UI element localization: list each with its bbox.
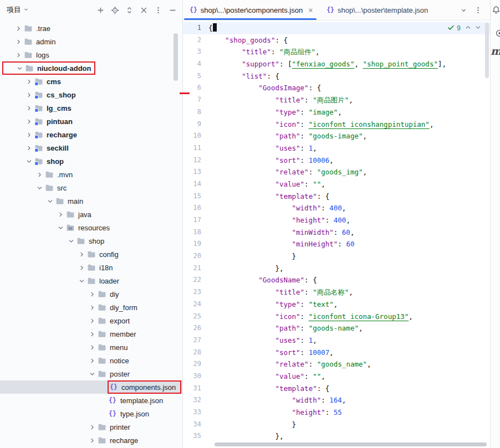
tree-scrollbar[interactable]: [174, 33, 178, 81]
tree-item-template.json[interactable]: {}template.json: [0, 394, 182, 407]
line-number[interactable]: 27: [183, 334, 208, 347]
collapse-icon[interactable]: [137, 3, 150, 17]
tree-item-i18n[interactable]: i18n: [0, 261, 182, 274]
tree-item-niucloud-addon[interactable]: niucloud-addon: [0, 61, 182, 75]
line-number[interactable]: 29: [183, 358, 208, 370]
chevron-down-icon[interactable]: [87, 369, 97, 378]
chevron-right-icon[interactable]: [13, 37, 23, 46]
line-number[interactable]: 22: [183, 274, 208, 286]
line-number[interactable]: 10: [183, 130, 208, 142]
code-area[interactable]: 1{2 "shop_goods": {3 "title": "商品组件",4 "…: [183, 20, 490, 448]
chevron-right-icon[interactable]: [24, 143, 34, 152]
next-problem-icon[interactable]: [474, 23, 482, 33]
line-number[interactable]: 34: [183, 419, 208, 431]
hide-icon[interactable]: [166, 3, 179, 17]
tree-item-lg_cms[interactable]: lg_cms: [0, 101, 182, 115]
notifications-icon[interactable]: [492, 6, 500, 14]
line-number[interactable]: 17: [183, 214, 208, 226]
chevron-right-icon[interactable]: [87, 436, 97, 445]
line-number[interactable]: 2: [183, 34, 208, 47]
chevron-right-icon[interactable]: [24, 104, 34, 112]
line-number[interactable]: 24: [183, 298, 208, 311]
tree-item-src[interactable]: src: [0, 181, 182, 194]
tree-item-resources[interactable]: resources: [0, 221, 182, 234]
line-number[interactable]: 14: [183, 178, 208, 190]
tree-item-notice[interactable]: notice: [0, 354, 182, 367]
add-icon[interactable]: [94, 3, 107, 17]
tree-item-loader[interactable]: loader: [0, 274, 182, 287]
more-icon[interactable]: [151, 3, 165, 17]
chevron-right-icon[interactable]: [87, 316, 97, 325]
tree-item-printer[interactable]: printer: [0, 420, 182, 434]
chevron-down-icon[interactable]: [14, 64, 24, 73]
tree-item-.mvn[interactable]: .mvn: [0, 168, 182, 181]
tree-item-cs_shop[interactable]: cs_shop: [0, 88, 182, 101]
tree-item-pintuan[interactable]: pintuan: [0, 115, 182, 128]
line-number[interactable]: 12: [183, 155, 208, 167]
chevron-right-icon[interactable]: [87, 423, 97, 431]
line-number[interactable]: 7: [183, 94, 208, 106]
line-number[interactable]: 20: [183, 250, 208, 262]
chevron-down-icon[interactable]: [66, 236, 76, 245]
tree-item-java[interactable]: java: [0, 208, 182, 221]
chevron-down-icon[interactable]: [76, 276, 86, 285]
line-number[interactable]: 23: [183, 286, 208, 298]
tree-item-config[interactable]: config: [0, 248, 182, 261]
chevron-down-icon[interactable]: [24, 157, 34, 166]
tree-item-menu[interactable]: menu: [0, 341, 182, 354]
editor-tab[interactable]: {}shop\...\poster\components.json: [183, 0, 320, 20]
tree-item-shop[interactable]: shop: [0, 234, 182, 248]
tree-item-diy_form[interactable]: diy_form: [0, 301, 182, 314]
line-number[interactable]: 9: [183, 119, 208, 131]
tree-item-type.json[interactable]: {}type.json: [0, 407, 182, 420]
line-number[interactable]: 5: [183, 70, 208, 83]
line-number[interactable]: 16: [183, 202, 208, 214]
chevron-right-icon[interactable]: [34, 170, 44, 179]
line-number[interactable]: 3: [183, 46, 208, 58]
close-icon[interactable]: [307, 7, 314, 14]
editor-horizontal-scrollbar[interactable]: [215, 442, 487, 446]
assistant-icon[interactable]: [495, 29, 500, 38]
tree-item-export[interactable]: export: [0, 314, 182, 327]
tabs-list-icon[interactable]: [457, 3, 470, 17]
editor-tab[interactable]: {}shop\...\poster\template.json: [320, 0, 433, 20]
tree-item-cms[interactable]: cms: [0, 75, 182, 88]
line-number[interactable]: 25: [183, 311, 208, 323]
chevron-right-icon[interactable]: [87, 329, 97, 338]
tree-item-recharge[interactable]: recharge: [0, 128, 182, 141]
previous-problem-icon[interactable]: [464, 23, 472, 33]
expand-icon[interactable]: [123, 3, 136, 17]
line-number[interactable]: 8: [183, 106, 208, 119]
line-number[interactable]: 11: [183, 142, 208, 155]
chevron-down-icon[interactable]: [45, 197, 55, 205]
locate-icon[interactable]: [108, 3, 121, 17]
line-number[interactable]: 26: [183, 322, 208, 334]
tab-more-icon[interactable]: [471, 3, 484, 17]
chevron-right-icon[interactable]: [87, 343, 97, 352]
tree-item-recharge[interactable]: recharge: [0, 434, 182, 447]
tree-item-seckill[interactable]: seckill: [0, 141, 182, 155]
chevron-right-icon[interactable]: [24, 130, 34, 139]
line-number[interactable]: 32: [183, 394, 208, 406]
tree-item-member[interactable]: member: [0, 327, 182, 341]
line-number[interactable]: 18: [183, 226, 208, 239]
tree-item-diy[interactable]: diy: [0, 287, 182, 301]
line-number[interactable]: 33: [183, 406, 208, 419]
tree-item-shop[interactable]: shop: [0, 155, 182, 168]
chevron-right-icon[interactable]: [13, 50, 23, 59]
tree-item-components.json[interactable]: {}components.json: [0, 380, 182, 394]
line-number[interactable]: 21: [183, 262, 208, 275]
tree-item-.trae[interactable]: .trae: [0, 22, 182, 35]
chevron-right-icon[interactable]: [87, 303, 97, 312]
chevron-right-icon[interactable]: [13, 24, 23, 33]
tree-item-admin[interactable]: admin: [0, 35, 182, 48]
line-number[interactable]: 4: [183, 58, 208, 70]
tree-item-logs[interactable]: logs: [0, 48, 182, 61]
chevron-right-icon[interactable]: [87, 356, 97, 365]
line-number[interactable]: 30: [183, 370, 208, 383]
line-number[interactable]: 15: [183, 190, 208, 203]
chevron-right-icon[interactable]: [76, 263, 86, 272]
tree-item-main[interactable]: main: [0, 194, 182, 208]
line-number[interactable]: 13: [183, 166, 208, 178]
chevron-right-icon[interactable]: [55, 210, 65, 219]
